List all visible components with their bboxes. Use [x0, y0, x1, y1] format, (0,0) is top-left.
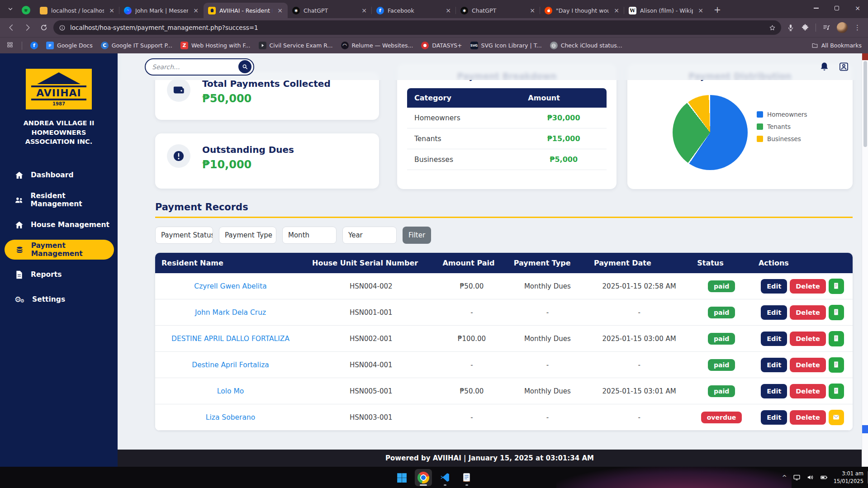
reload-button[interactable]: [37, 21, 51, 34]
bookmark-item[interactable]: CGoogle IT Support P...: [101, 42, 172, 49]
aviihai-icon: [208, 7, 216, 14]
close-window-button[interactable]: ×: [847, 0, 868, 16]
tab-search-button[interactable]: [5, 3, 16, 15]
browser-tab[interactable]: WAlison (film) - Wikipedia×: [624, 3, 708, 18]
browser-tab[interactable]: "Day I thought would ne×: [540, 3, 624, 18]
search-bar[interactable]: [145, 58, 254, 76]
tray-expand-icon[interactable]: ^: [782, 474, 787, 481]
delete-button[interactable]: Delete: [790, 332, 825, 346]
sidebar-item-house-management[interactable]: House Management: [0, 215, 118, 235]
filter-month[interactable]: Month: [282, 227, 337, 244]
receipt-button[interactable]: [829, 357, 844, 373]
bookmark-item[interactable]: ZWeb Hosting with F...: [180, 42, 251, 49]
delete-button[interactable]: Delete: [790, 384, 825, 398]
bookmark-item[interactable]: f: [30, 42, 38, 49]
bookmark-item[interactable]: Check iCloud status...: [550, 42, 622, 49]
filter-button[interactable]: Filter: [403, 227, 431, 244]
receipt-button[interactable]: [829, 331, 844, 346]
edit-button[interactable]: Edit: [761, 358, 787, 372]
tab-close-icon[interactable]: ×: [444, 6, 452, 14]
resident-link[interactable]: Liza Soberano: [206, 413, 255, 422]
tab-close-icon[interactable]: ×: [528, 6, 536, 14]
receipt-button[interactable]: [829, 384, 844, 399]
pinned-tab-spotify[interactable]: [19, 3, 33, 17]
scrollbar-thumb[interactable]: [863, 61, 867, 147]
new-tab-button[interactable]: +: [711, 3, 724, 16]
delete-button[interactable]: Delete: [790, 305, 825, 320]
sidebar-item-settings[interactable]: ⚙⚙Settings: [0, 289, 118, 309]
speaker-icon[interactable]: [806, 474, 814, 481]
profile-avatar[interactable]: [837, 22, 848, 33]
edit-button[interactable]: Edit: [761, 332, 787, 346]
taskbar-vscode[interactable]: [436, 469, 454, 486]
taskbar-notepad[interactable]: [458, 469, 475, 486]
all-bookmarks-button[interactable]: All Bookmarks: [811, 42, 862, 49]
browser-tab[interactable]: fFacebook×: [372, 3, 456, 18]
address-bar[interactable]: localhost/hoa-system/payment_management.…: [53, 20, 781, 35]
browser-menu-icon[interactable]: ⋮: [854, 24, 861, 32]
edit-button[interactable]: Edit: [761, 384, 787, 398]
sidebar-item-dashboard[interactable]: Dashboard: [0, 165, 118, 185]
tab-close-icon[interactable]: ×: [697, 6, 705, 14]
extensions-icon[interactable]: [801, 24, 809, 32]
bookmark-item[interactable]: SVGSVG Icon Library | T...: [470, 42, 542, 49]
resident-link[interactable]: DESTINE APRIL DALLO FORTALIZA: [171, 335, 289, 343]
browser-tab[interactable]: John Mark | Messenger×: [119, 3, 204, 18]
resident-name-cell: Czyrell Gwen Abelita: [155, 273, 306, 299]
tab-close-icon[interactable]: ×: [360, 6, 368, 14]
browser-tab[interactable]: ∗ChatGPT×: [288, 3, 372, 18]
notify-button[interactable]: [829, 410, 844, 425]
sidebar-item-resident-management[interactable]: Resident Management: [0, 190, 118, 210]
resident-link[interactable]: Czyrell Gwen Abelita: [194, 282, 266, 290]
edit-button[interactable]: Edit: [761, 279, 787, 294]
display-icon[interactable]: [793, 474, 801, 481]
site-info-icon[interactable]: [59, 24, 66, 31]
back-button[interactable]: [5, 21, 18, 34]
bookmark-star-icon[interactable]: [769, 24, 776, 31]
resident-link[interactable]: Destine April Fortaliza: [192, 361, 269, 369]
system-tray: ^ 3:01 am 15/01/2025: [782, 467, 863, 488]
bookmark-item[interactable]: DATASYS+: [421, 42, 462, 49]
start-button[interactable]: [393, 469, 410, 486]
filter-payment-type[interactable]: Payment Type: [219, 227, 276, 244]
taskbar-clock[interactable]: 3:01 am 15/01/2025: [834, 470, 863, 484]
actions-cell: EditDelete: [752, 378, 853, 404]
page-scrollbar[interactable]: [862, 53, 868, 467]
delete-button[interactable]: Delete: [790, 279, 825, 294]
browser-tab[interactable]: AVIIHAI - Resident Mana×: [204, 3, 288, 18]
profile-icon[interactable]: [839, 62, 849, 72]
sidebar-item-reports[interactable]: Reports: [0, 265, 118, 284]
delete-button[interactable]: Delete: [790, 410, 825, 425]
receipt-button[interactable]: [829, 279, 844, 294]
tab-close-icon[interactable]: ×: [612, 6, 621, 14]
resident-link[interactable]: John Mark Dela Cruz: [195, 308, 266, 317]
edit-button[interactable]: Edit: [761, 305, 787, 320]
browser-tab[interactable]: localhost / localhost:330×: [35, 3, 119, 18]
tab-close-icon[interactable]: ×: [108, 6, 116, 14]
bell-icon[interactable]: [819, 62, 830, 72]
url-text[interactable]: localhost/hoa-system/payment_management.…: [70, 24, 764, 31]
tab-close-icon[interactable]: ×: [192, 6, 200, 14]
search-input[interactable]: [152, 63, 238, 71]
restore-button[interactable]: [826, 0, 847, 16]
mic-icon[interactable]: [787, 24, 795, 32]
delete-button[interactable]: Delete: [790, 358, 825, 372]
media-controls-icon[interactable]: [822, 24, 830, 32]
bookmark-item[interactable]: Google Docs: [46, 42, 93, 49]
resident-link[interactable]: Lolo Mo: [217, 387, 244, 395]
taskbar-chrome[interactable]: [415, 469, 432, 486]
filter-payment-status[interactable]: Payment Status: [155, 227, 213, 244]
receipt-button[interactable]: [829, 305, 844, 320]
edit-button[interactable]: Edit: [761, 410, 787, 425]
bookmark-item[interactable]: Civil Service Exam R...: [259, 42, 333, 49]
browser-tab[interactable]: ∗ChatGPT×: [456, 3, 540, 18]
sidebar-item-payment-management[interactable]: Payment Management: [5, 240, 114, 260]
bookmark-item[interactable]: ◠Relume — Websites...: [341, 42, 413, 49]
search-button[interactable]: [238, 60, 251, 73]
apps-grid-icon[interactable]: [6, 41, 14, 50]
tab-close-icon[interactable]: ×: [276, 6, 284, 14]
forward-button[interactable]: [21, 21, 34, 34]
filter-year[interactable]: Year: [342, 227, 397, 244]
battery-icon[interactable]: [820, 474, 828, 481]
minimize-button[interactable]: [806, 0, 826, 16]
